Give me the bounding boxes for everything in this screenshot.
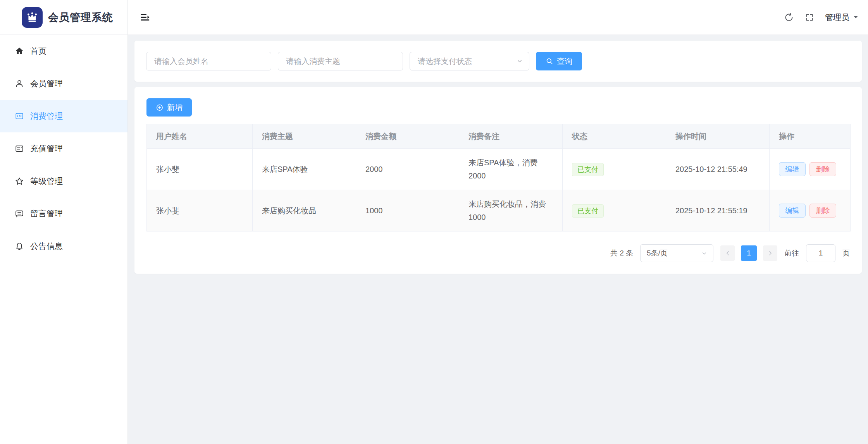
pagination: 共 2 条 5条/页 1: [146, 244, 850, 262]
cell-topic: 来店SPA体验: [253, 149, 356, 190]
card-icon: [15, 144, 24, 153]
table-header-row: 用户姓名 消费主题 消费金额 消费备注 状态 操作时间 操作: [147, 124, 851, 149]
table-row: 张小斐 来店购买化妆品 1000 来店购买化妆品，消费1000 已支付 2025…: [147, 190, 851, 231]
table-card: 新增 用户姓名 消费主题 消费金额 消费备注 状态 操作时间 操作: [134, 87, 862, 274]
sidebar-item-members[interactable]: 会员管理: [0, 67, 127, 100]
col-status: 状态: [563, 124, 666, 149]
message-icon: [15, 209, 24, 218]
table-row: 张小斐 来店SPA体验 2000 来店SPA体验，消费2000 已支付 2025…: [147, 149, 851, 190]
cell-amount: 1000: [356, 190, 459, 231]
cell-status: 已支付: [563, 190, 666, 231]
cell-name: 张小斐: [147, 149, 253, 190]
sidebar-item-label: 充值管理: [30, 143, 63, 154]
app-logo: 会员管理系统: [0, 0, 127, 35]
cell-name: 张小斐: [147, 190, 253, 231]
menu-fold-icon[interactable]: [140, 12, 150, 22]
col-topic: 消费主题: [253, 124, 356, 149]
sidebar-item-label: 首页: [30, 46, 46, 57]
consumption-table: 用户姓名 消费主题 消费金额 消费备注 状态 操作时间 操作 张小斐 来店SPA…: [146, 124, 851, 231]
sidebar-item-label: 消费管理: [30, 111, 63, 122]
pagination-total: 共 2 条: [610, 248, 633, 258]
prev-page-button[interactable]: [720, 245, 735, 261]
search-icon: [546, 57, 553, 65]
cell-status: 已支付: [563, 149, 666, 190]
cell-remark: 来店SPA体验，消费2000: [459, 149, 563, 190]
sidebar-item-label: 留言管理: [30, 208, 63, 219]
sidebar-item-levels[interactable]: 等级管理: [0, 165, 127, 197]
topbar: 管理员: [128, 0, 868, 35]
col-remark: 消费备注: [459, 124, 563, 149]
topbar-actions: 管理员: [784, 12, 859, 23]
col-amount: 消费金额: [356, 124, 459, 149]
cell-time: 2025-10-12 21:55:49: [666, 149, 770, 190]
star-icon: [15, 177, 24, 186]
col-user-name: 用户姓名: [147, 124, 253, 149]
filter-bar: 请选择支付状态 查询: [134, 41, 862, 82]
cell-time: 2025-10-12 21:55:19: [666, 190, 770, 231]
select-placeholder: 请选择支付状态: [418, 56, 472, 67]
col-actions: 操作: [770, 124, 851, 149]
main-content: 请选择支付状态 查询 新增: [128, 35, 868, 444]
sidebar-item-announcements[interactable]: 公告信息: [0, 230, 127, 262]
chevron-right-icon: [767, 250, 774, 257]
cell-remark: 来店购买化妆品，消费1000: [459, 190, 563, 231]
app-root: 会员管理系统 首页 会员管理: [0, 0, 868, 444]
col-time: 操作时间: [666, 124, 770, 149]
page-size-value: 5条/页: [647, 248, 668, 258]
pay-status-select[interactable]: 请选择支付状态: [410, 52, 529, 70]
search-button[interactable]: 查询: [536, 52, 582, 70]
chevron-down-icon: [516, 58, 523, 65]
sidebar-item-label: 会员管理: [30, 78, 63, 89]
cell-topic: 来店购买化妆品: [253, 190, 356, 231]
sidebar-item-consumption[interactable]: 消费管理: [0, 100, 127, 132]
app-title: 会员管理系统: [48, 10, 113, 24]
sidebar: 会员管理系统 首页 会员管理: [0, 0, 128, 444]
goto-label: 前往: [784, 248, 799, 258]
caret-down-icon: [853, 14, 859, 20]
cell-actions: 编辑 删除: [770, 190, 851, 231]
page-number-button[interactable]: 1: [741, 245, 757, 261]
pager: 1: [720, 245, 777, 261]
edit-button[interactable]: 编辑: [779, 204, 806, 218]
sidebar-item-label: 公告信息: [30, 241, 63, 252]
member-name-input[interactable]: [146, 52, 271, 70]
sidebar-menu: 首页 会员管理 消费管理: [0, 35, 127, 262]
page-size-select[interactable]: 5条/页: [640, 244, 713, 262]
search-button-label: 查询: [557, 56, 572, 67]
home-icon: [15, 46, 24, 56]
goto-page-input[interactable]: [806, 244, 835, 262]
circle-plus-icon: [156, 104, 164, 111]
user-dropdown[interactable]: 管理员: [825, 12, 859, 23]
refresh-icon[interactable]: [784, 12, 794, 22]
chevron-down-icon: [701, 250, 708, 257]
bell-icon: [15, 242, 24, 251]
user-name: 管理员: [825, 12, 849, 23]
status-badge: 已支付: [572, 163, 604, 176]
postcard-icon: [15, 111, 24, 121]
delete-button[interactable]: 删除: [809, 162, 836, 176]
sidebar-item-recharge[interactable]: 充值管理: [0, 132, 127, 165]
fullscreen-icon[interactable]: [805, 13, 814, 22]
add-button-label: 新增: [167, 102, 183, 113]
add-button[interactable]: 新增: [146, 98, 192, 117]
status-badge: 已支付: [572, 204, 604, 218]
edit-button[interactable]: 编辑: [779, 162, 806, 176]
sidebar-item-label: 等级管理: [30, 176, 63, 187]
user-icon: [15, 79, 24, 88]
page-suffix-label: 页: [842, 248, 850, 258]
next-page-button[interactable]: [763, 245, 777, 261]
cell-amount: 2000: [356, 149, 459, 190]
consume-topic-input[interactable]: [278, 52, 403, 70]
chevron-left-icon: [724, 250, 731, 257]
delete-button[interactable]: 删除: [809, 204, 836, 218]
cell-actions: 编辑 删除: [770, 149, 851, 190]
crown-icon: [22, 7, 43, 28]
sidebar-item-messages[interactable]: 留言管理: [0, 197, 127, 230]
sidebar-item-home[interactable]: 首页: [0, 35, 127, 67]
